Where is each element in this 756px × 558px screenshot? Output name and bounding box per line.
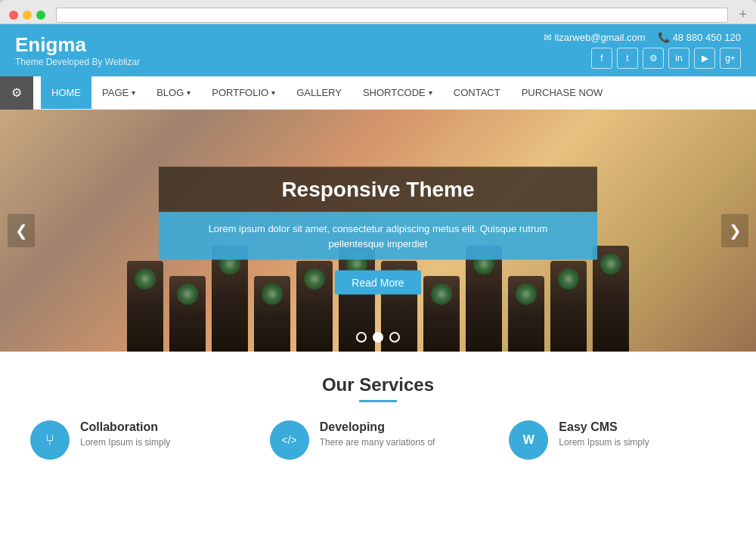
hero-description: Lorem ipsum dolor sit amet, consectetur … xyxy=(181,222,575,251)
hero-title: Responsive Theme xyxy=(181,178,575,202)
hero-dots xyxy=(356,332,400,343)
browser-dot-yellow[interactable] xyxy=(23,11,32,20)
social-twitter[interactable]: t xyxy=(617,48,638,69)
browser-chrome: + xyxy=(0,0,756,24)
phone-contact: 📞 48 880 450 120 xyxy=(658,32,741,43)
shortcode-arrow: ▾ xyxy=(429,88,432,97)
blog-arrow: ▾ xyxy=(187,88,191,97)
hero-description-box: Lorem ipsum dolor sit amet, consectetur … xyxy=(159,212,597,260)
website-container: Enigma Theme Developed By Weblizar ✉ liz… xyxy=(0,24,756,558)
page-arrow: ▾ xyxy=(132,88,135,97)
developing-icon: </> xyxy=(270,420,309,460)
social-youtube[interactable]: ▶ xyxy=(694,48,715,69)
gear-button[interactable]: ⚙ xyxy=(0,76,33,110)
gear-icon: ⚙ xyxy=(11,85,22,100)
collaboration-description: Lorem Ipsum is simply xyxy=(80,437,170,448)
browser-address-bar[interactable] xyxy=(56,8,728,23)
social-google[interactable]: g+ xyxy=(720,48,741,69)
service-easycms: W Easy CMS Lorem Ipsum is simply xyxy=(509,420,726,460)
prev-arrow-icon: ❮ xyxy=(15,222,28,240)
browser-plus-button[interactable]: + xyxy=(739,7,747,23)
next-arrow-icon: ❯ xyxy=(729,222,742,240)
hero-dot-2[interactable] xyxy=(373,332,383,343)
services-heading: Our Services xyxy=(30,374,726,395)
collaboration-title: Collaboration xyxy=(80,420,170,434)
header-contact: ✉ lizarweb@gmail.com 📞 48 880 450 120 xyxy=(544,32,742,43)
easycms-icon: W xyxy=(509,420,548,460)
easycms-text: Easy CMS Lorem Ipsum is simply xyxy=(559,420,649,448)
nav-item-contact[interactable]: CONTACT xyxy=(443,76,511,109)
hero-next-button[interactable]: ❯ xyxy=(721,214,748,247)
nav-item-gallery[interactable]: GALLERY xyxy=(286,76,352,109)
collaboration-icon: ⑂ xyxy=(30,420,70,460)
knob-12 xyxy=(593,246,629,352)
nav-item-blog[interactable]: BLOG ▾ xyxy=(146,76,201,109)
service-collaboration: ⑂ Collaboration Lorem Ipsum is simply xyxy=(30,420,247,460)
services-underline xyxy=(359,400,397,402)
hero-content: Responsive Theme Lorem ipsum dolor sit a… xyxy=(159,167,597,295)
easycms-icon-symbol: W xyxy=(523,433,534,447)
header-logo: Enigma Theme Developed By Weblizar xyxy=(15,33,140,67)
browser-dot-red[interactable] xyxy=(9,11,18,20)
social-settings[interactable]: ⚙ xyxy=(643,48,664,69)
social-facebook[interactable]: f xyxy=(591,48,612,69)
site-header: Enigma Theme Developed By Weblizar ✉ liz… xyxy=(0,24,756,76)
email-contact: ✉ lizarweb@gmail.com xyxy=(544,32,646,43)
collaboration-text: Collaboration Lorem Ipsum is simply xyxy=(80,420,170,448)
read-more-button[interactable]: Read More xyxy=(335,271,420,295)
services-section: Our Services ⑂ Collaboration Lorem Ipsum… xyxy=(0,352,756,475)
nav-items: HOME PAGE ▾ BLOG ▾ PORTFOLIO ▾ GALLERY S… xyxy=(33,76,613,109)
collaboration-icon-symbol: ⑂ xyxy=(45,432,54,449)
phone-icon: 📞 xyxy=(658,32,670,43)
nav-item-page[interactable]: PAGE ▾ xyxy=(91,76,146,109)
nav-item-purchase[interactable]: PURCHASE NOW xyxy=(511,76,614,109)
easycms-title: Easy CMS xyxy=(559,420,649,434)
service-developing: </> Developing There are many variations… xyxy=(270,420,487,460)
developing-title: Developing xyxy=(320,420,435,434)
developing-text: Developing There are many variations of xyxy=(320,420,435,448)
phone-number: 48 880 450 120 xyxy=(673,32,741,43)
nav-item-portfolio[interactable]: PORTFOLIO ▾ xyxy=(201,76,286,109)
logo-subtitle: Theme Developed By Weblizar xyxy=(15,57,140,67)
services-grid: ⑂ Collaboration Lorem Ipsum is simply </… xyxy=(30,420,726,460)
email-icon: ✉ xyxy=(544,32,552,43)
easycms-description: Lorem Ipsum is simply xyxy=(559,437,649,448)
social-linkedin[interactable]: in xyxy=(668,48,689,69)
portfolio-arrow: ▾ xyxy=(271,88,275,97)
logo-title: Enigma xyxy=(15,33,140,57)
nav-item-shortcode[interactable]: SHORTCODE ▾ xyxy=(352,76,443,109)
hero-title-box: Responsive Theme xyxy=(159,167,597,212)
header-right: ✉ lizarweb@gmail.com 📞 48 880 450 120 f … xyxy=(544,32,742,69)
hero-dot-1[interactable] xyxy=(356,332,367,343)
developing-description: There are many variations of xyxy=(320,437,435,448)
nav-item-home[interactable]: HOME xyxy=(41,76,91,109)
navbar: ⚙ HOME PAGE ▾ BLOG ▾ PORTFOLIO ▾ GALLERY… xyxy=(0,76,756,110)
social-icons: f t ⚙ in ▶ g+ xyxy=(591,48,741,69)
browser-dot-green[interactable] xyxy=(36,11,45,20)
services-title-block: Our Services xyxy=(30,374,726,402)
developing-icon-symbol: </> xyxy=(282,434,297,446)
hero-dot-3[interactable] xyxy=(389,332,400,343)
hero-slider: ❮ ❯ Responsive Theme Lorem ipsum dolor s… xyxy=(0,110,756,352)
knob-1 xyxy=(127,261,163,352)
hero-prev-button[interactable]: ❮ xyxy=(8,214,35,247)
email-address[interactable]: lizarweb@gmail.com xyxy=(555,32,646,43)
